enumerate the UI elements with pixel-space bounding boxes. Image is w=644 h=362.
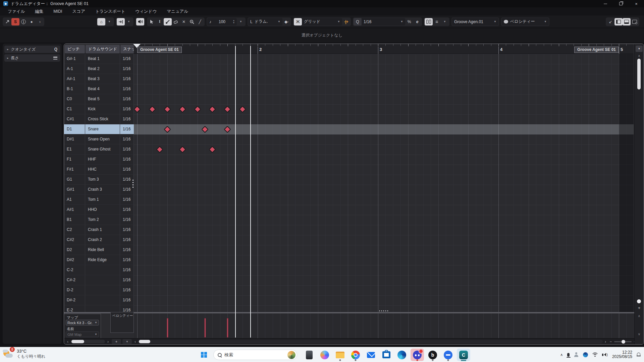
vscroll-up-button[interactable]: ∧ — [635, 54, 644, 58]
list-scroll-left-button[interactable]: ‹ — [65, 339, 70, 344]
quantize-preset-field[interactable]: 1/16 ▼ — [362, 18, 405, 25]
menu-item[interactable]: 編集 — [30, 9, 48, 14]
vzoom-in-button[interactable]: + — [635, 305, 644, 310]
hscroll-left-button[interactable]: ‹ — [133, 339, 137, 344]
quantize-q-button[interactable]: Q — [354, 18, 362, 25]
wifi-icon[interactable] — [592, 353, 598, 357]
lane-scroll-up-button[interactable]: ∧ — [635, 314, 644, 318]
autoscroll-button[interactable] — [117, 18, 125, 25]
taskbar-app-edge[interactable] — [395, 349, 409, 361]
minimize-button[interactable] — [598, 0, 613, 7]
velocity-bar[interactable] — [167, 318, 168, 338]
note-diamond[interactable] — [224, 106, 231, 113]
note-diamond[interactable] — [179, 106, 186, 113]
quantize-panel-button[interactable]: e — [413, 18, 421, 25]
window-setup-button[interactable] — [631, 18, 639, 25]
tray-app-icon[interactable] — [583, 352, 588, 357]
restore-button[interactable] — [613, 0, 629, 7]
menu-item[interactable]: スコア — [67, 9, 90, 14]
insert-velocity-field[interactable]: ♪ 100 ▲▼ — [207, 18, 237, 25]
snap-toggle-button[interactable]: Ж — [294, 18, 302, 25]
menu-item[interactable]: マニュアル — [162, 9, 193, 14]
velocity-lane-label-box[interactable]: ベロシティー — [110, 312, 134, 333]
menu-item[interactable]: ウィンドウ — [130, 9, 162, 14]
acoustic-feedback-button[interactable]: 1 — [19, 18, 28, 25]
menu-item[interactable]: ファイル — [3, 9, 30, 14]
taskbar-app-copilot[interactable] — [318, 349, 331, 361]
part-start-label[interactable]: Groove Agent SE 01 — [137, 47, 182, 53]
taskbar-app-blue[interactable] — [441, 349, 455, 361]
taskbar-search[interactable]: 検索 — [213, 350, 297, 360]
drumstick-tool[interactable] — [164, 18, 172, 25]
menu-item[interactable]: MIDI — [48, 9, 67, 14]
menu-item[interactable]: トランスポート — [90, 9, 130, 14]
part-list-dropdown[interactable]: ▼ — [441, 18, 449, 25]
hzoom-out-button[interactable]: − — [609, 339, 613, 344]
snap-type-field[interactable]: グリッド ▼ — [302, 18, 342, 25]
iterative-quantize-button[interactable]: % — [405, 18, 413, 25]
controller-lane-setup-button[interactable]: ▼ — [122, 339, 132, 344]
velocity-bar[interactable] — [204, 318, 206, 338]
note-diamond[interactable] — [239, 106, 246, 113]
audition-button[interactable] — [136, 18, 144, 25]
zoom-tool[interactable] — [188, 18, 196, 25]
list-divider-grip[interactable] — [132, 180, 133, 188]
start-button[interactable] — [197, 349, 211, 361]
open-in-lower-zone-button[interactable]: ↙ — [606, 18, 614, 25]
notification-bell-icon[interactable] — [637, 353, 641, 357]
inspector-section-length[interactable]: ▸ 長さ — [4, 54, 60, 62]
close-button[interactable]: × — [629, 0, 644, 7]
microphone-icon[interactable] — [567, 353, 570, 357]
lane-resize-handle[interactable] — [379, 310, 389, 311]
taskbar-app-store[interactable] — [380, 349, 393, 361]
show-inspector-button[interactable]: ⌂ — [97, 18, 105, 25]
taskbar-app-b[interactable]: b — [426, 349, 439, 361]
eraser-tool[interactable] — [172, 18, 180, 25]
pin-button[interactable] — [3, 18, 11, 25]
taskbar-clock[interactable]: 12:22 2025/08/15 — [612, 350, 632, 359]
velocity-spinner[interactable]: ▲▼ — [233, 19, 235, 24]
taskbar-app-chrome[interactable] — [349, 349, 362, 361]
vzoom-slider-thumb[interactable] — [637, 299, 641, 303]
object-select-tool[interactable] — [148, 18, 156, 25]
edit-active-part-button[interactable]: ≡ — [433, 18, 441, 25]
list-scrollbar-thumb[interactable] — [71, 340, 84, 343]
horizontal-scrollbar-thumb[interactable] — [139, 340, 150, 343]
show-lower-zone-button[interactable] — [623, 18, 631, 25]
note-diamond[interactable] — [156, 146, 163, 153]
mute-tool[interactable]: ✕ — [180, 18, 188, 25]
record-in-editor-button[interactable]: ● — [28, 18, 36, 25]
hzoom-slider-thumb[interactable] — [622, 340, 625, 344]
track-loop-button[interactable]: ◑ — [36, 18, 44, 25]
taskbar-app-cubase-active[interactable]: C — [457, 349, 470, 361]
note-diamond[interactable] — [194, 106, 201, 113]
inspector-section-quantize[interactable]: ▸ クオンタイズ Q — [4, 46, 60, 53]
range-select-tool[interactable]: I — [156, 18, 164, 25]
note-diamond[interactable] — [164, 106, 171, 113]
solo-editor-button[interactable]: S — [11, 18, 19, 25]
ruler-options-button[interactable]: ▼ — [636, 46, 643, 52]
add-controller-lane-button[interactable]: + — [112, 339, 121, 344]
lane-scroll-down-button[interactable]: ∨ — [635, 332, 644, 336]
note-diamond[interactable] — [149, 106, 156, 113]
list-scrollbar[interactable] — [71, 340, 105, 343]
insert-velocity-dropdown[interactable]: ▼ — [237, 18, 245, 25]
part-end-label[interactable]: Groove Agent SE 01 — [574, 47, 619, 53]
line-tool[interactable]: ╱ — [196, 18, 204, 25]
list-scroll-right-button[interactable]: › — [106, 339, 110, 344]
volume-icon[interactable]: ) — [602, 353, 608, 357]
hscroll-right-button[interactable]: › — [603, 339, 607, 344]
zones-dropdown-button[interactable]: ▼ — [105, 18, 113, 25]
note-diamond[interactable] — [209, 106, 216, 113]
velocity-bar[interactable] — [227, 318, 228, 338]
diamond-display-button[interactable]: ◆› — [282, 18, 290, 25]
taskbar-app-explorer[interactable] — [333, 349, 347, 361]
weather-widget[interactable]: 8 33°C くもり時々晴れ — [3, 348, 45, 360]
people-icon[interactable] — [574, 352, 579, 357]
controller-lane-field[interactable]: ベロシティー ▼ — [502, 18, 549, 25]
vertical-scrollbar-thumb[interactable] — [637, 59, 641, 89]
part-borders-button[interactable] — [425, 18, 433, 25]
taskbar-app-mail[interactable] — [364, 349, 378, 361]
note-diamond[interactable] — [209, 146, 216, 153]
hidden-icons-button[interactable]: ∧ — [560, 353, 563, 357]
